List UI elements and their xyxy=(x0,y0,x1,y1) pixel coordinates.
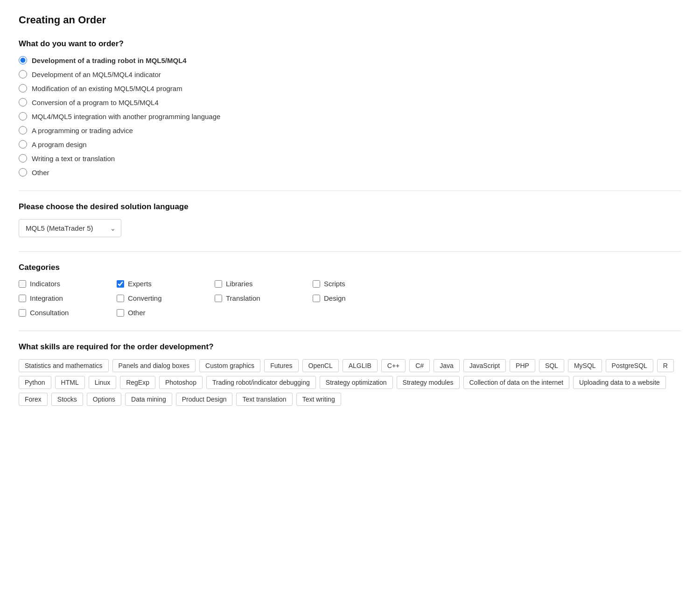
language-heading: Please choose the desired solution langu… xyxy=(19,202,681,212)
skill-tag-2[interactable]: Panels and dialog boxes xyxy=(112,359,196,372)
category-item-5[interactable]: Integration xyxy=(19,294,112,302)
skill-tag-7[interactable]: C++ xyxy=(381,359,406,372)
skill-tag-19[interactable]: RegExp xyxy=(120,376,155,389)
language-dropdown[interactable]: MQL5 (MetaTrader 5)MQL4 (MetaTrader 4) xyxy=(19,219,121,237)
radio-input-1[interactable] xyxy=(19,56,27,64)
category-checkbox-10[interactable] xyxy=(117,309,124,317)
radio-item-2[interactable]: Development of an MQL5/MQL4 indicator xyxy=(19,70,681,78)
skill-tag-3[interactable]: Custom graphics xyxy=(199,359,260,372)
radio-item-6[interactable]: A programming or trading advice xyxy=(19,126,681,134)
category-label-2: Experts xyxy=(128,280,152,288)
radio-input-6[interactable] xyxy=(19,126,27,134)
radio-input-2[interactable] xyxy=(19,70,27,78)
skill-tag-10[interactable]: JavaScript xyxy=(463,359,506,372)
radio-input-4[interactable] xyxy=(19,98,27,106)
radio-item-7[interactable]: A program design xyxy=(19,140,681,148)
radio-item-8[interactable]: Writing a text or translation xyxy=(19,154,681,163)
radio-input-3[interactable] xyxy=(19,84,27,92)
skill-tag-29[interactable]: Data mining xyxy=(125,393,172,406)
radio-input-5[interactable] xyxy=(19,112,27,120)
radio-label-8: Writing a text or translation xyxy=(32,155,115,163)
skill-tag-22[interactable]: Strategy optimization xyxy=(320,376,393,389)
order-type-radio-group: Development of a trading robot in MQL5/M… xyxy=(19,56,681,177)
skill-tag-15[interactable]: R xyxy=(657,359,674,372)
category-checkbox-5[interactable] xyxy=(19,295,26,302)
category-label-3: Libraries xyxy=(226,280,253,288)
skill-tag-27[interactable]: Stocks xyxy=(51,393,83,406)
category-checkbox-8[interactable] xyxy=(313,295,320,302)
category-label-6: Converting xyxy=(128,294,162,302)
skill-tag-23[interactable]: Strategy modules xyxy=(397,376,460,389)
skill-tag-28[interactable]: Options xyxy=(87,393,121,406)
radio-input-8[interactable] xyxy=(19,154,27,163)
category-item-2[interactable]: Experts xyxy=(117,280,210,288)
radio-item-1[interactable]: Development of a trading robot in MQL5/M… xyxy=(19,56,681,64)
category-item-1[interactable]: Indicators xyxy=(19,280,112,288)
skill-tag-5[interactable]: OpenCL xyxy=(302,359,339,372)
skill-tag-32[interactable]: Text writing xyxy=(296,393,341,406)
order-type-heading: What do you want to order? xyxy=(19,39,681,49)
category-label-9: Consultation xyxy=(30,309,69,317)
category-label-10: Other xyxy=(128,309,146,317)
skill-tag-1[interactable]: Statistics and mathematics xyxy=(19,359,109,372)
category-item-6[interactable]: Converting xyxy=(117,294,210,302)
radio-item-5[interactable]: MQL4/MQL5 integration with another progr… xyxy=(19,112,681,120)
order-type-section: What do you want to order? Development o… xyxy=(19,39,681,177)
categories-grid: IndicatorsExpertsLibrariesScriptsIntegra… xyxy=(19,280,681,317)
category-item-3[interactable]: Libraries xyxy=(215,280,308,288)
category-checkbox-6[interactable] xyxy=(117,295,124,302)
category-checkbox-2[interactable] xyxy=(117,280,124,288)
skill-tag-11[interactable]: PHP xyxy=(510,359,535,372)
category-label-1: Indicators xyxy=(30,280,60,288)
category-label-8: Design xyxy=(324,294,346,302)
category-checkbox-4[interactable] xyxy=(313,280,320,288)
skill-tag-17[interactable]: HTML xyxy=(55,376,85,389)
language-dropdown-wrapper: MQL5 (MetaTrader 5)MQL4 (MetaTrader 4) ⌄ xyxy=(19,219,121,237)
skill-tag-13[interactable]: MySQL xyxy=(568,359,602,372)
skill-tag-18[interactable]: Linux xyxy=(89,376,116,389)
category-item-10[interactable]: Other xyxy=(117,309,210,317)
radio-label-4: Conversion of a program to MQL5/MQL4 xyxy=(32,99,159,106)
category-label-5: Integration xyxy=(30,294,63,302)
category-checkbox-9[interactable] xyxy=(19,309,26,317)
radio-input-9[interactable] xyxy=(19,168,27,177)
categories-heading: Categories xyxy=(19,263,681,272)
radio-label-6: A programming or trading advice xyxy=(32,127,133,134)
radio-item-9[interactable]: Other xyxy=(19,168,681,177)
page-title: Creating an Order xyxy=(19,14,681,26)
skill-tag-20[interactable]: Photoshop xyxy=(159,376,203,389)
skill-tag-26[interactable]: Forex xyxy=(19,393,48,406)
categories-section: Categories IndicatorsExpertsLibrariesScr… xyxy=(19,263,681,317)
category-item-7[interactable]: Translation xyxy=(215,294,308,302)
skill-tag-16[interactable]: Python xyxy=(19,376,51,389)
radio-input-7[interactable] xyxy=(19,140,27,148)
skill-tag-21[interactable]: Trading robot/indicator debugging xyxy=(206,376,316,389)
skill-tag-31[interactable]: Text translation xyxy=(236,393,292,406)
skills-tags-container: Statistics and mathematicsPanels and dia… xyxy=(19,359,681,406)
skill-tag-12[interactable]: SQL xyxy=(539,359,564,372)
category-label-7: Translation xyxy=(226,294,260,302)
skill-tag-8[interactable]: C# xyxy=(409,359,430,372)
category-item-4[interactable]: Scripts xyxy=(313,280,406,288)
radio-label-7: A program design xyxy=(32,141,87,148)
radio-item-3[interactable]: Modification of an existing MQL5/MQL4 pr… xyxy=(19,84,681,92)
category-item-9[interactable]: Consultation xyxy=(19,309,112,317)
category-checkbox-1[interactable] xyxy=(19,280,26,288)
category-item-8[interactable]: Design xyxy=(313,294,406,302)
skills-section: What skills are required for the order d… xyxy=(19,342,681,406)
skill-tag-24[interactable]: Collection of data on the internet xyxy=(463,376,570,389)
radio-item-4[interactable]: Conversion of a program to MQL5/MQL4 xyxy=(19,98,681,106)
skill-tag-9[interactable]: Java xyxy=(434,359,460,372)
category-label-4: Scripts xyxy=(324,280,345,288)
skill-tag-14[interactable]: PostgreSQL xyxy=(606,359,653,372)
skill-tag-4[interactable]: Futures xyxy=(264,359,298,372)
category-checkbox-3[interactable] xyxy=(215,280,222,288)
skill-tag-25[interactable]: Uploading data to a website xyxy=(573,376,666,389)
category-checkbox-7[interactable] xyxy=(215,295,222,302)
skills-heading: What skills are required for the order d… xyxy=(19,342,681,352)
radio-label-5: MQL4/MQL5 integration with another progr… xyxy=(32,113,220,120)
radio-label-9: Other xyxy=(32,169,49,177)
language-section: Please choose the desired solution langu… xyxy=(19,202,681,237)
skill-tag-30[interactable]: Product Design xyxy=(176,393,233,406)
skill-tag-6[interactable]: ALGLIB xyxy=(343,359,378,372)
